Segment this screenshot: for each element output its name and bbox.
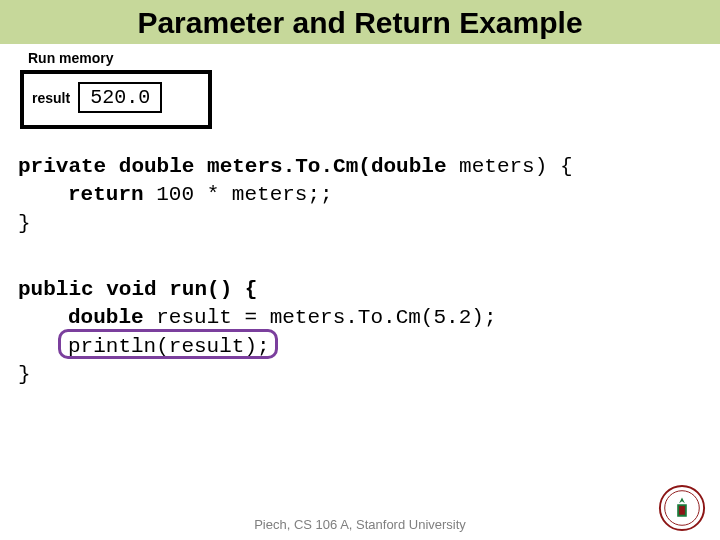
title-bar: Parameter and Return Example [0, 0, 720, 44]
code-line: public void run() { [18, 276, 702, 304]
stanford-seal-icon [658, 484, 706, 532]
code-line: } [18, 210, 702, 238]
code-line: double result = meters.To.Cm(5.2); [18, 304, 702, 332]
code-line: private double meters.To.Cm(double meter… [18, 153, 702, 181]
memory-heading: Run memory [28, 50, 720, 66]
svg-rect-2 [679, 506, 685, 515]
slide-title: Parameter and Return Example [0, 6, 720, 40]
memory-frame: result 520.0 [20, 70, 212, 129]
footer-text: Piech, CS 106 A, Stanford University [0, 517, 720, 532]
code-line: return 100 * meters;; [18, 181, 702, 209]
method-run: public void run() { double result = mete… [18, 276, 702, 389]
variable-value-box: 520.0 [78, 82, 162, 113]
method-meters-to-cm: private double meters.To.Cm(double meter… [18, 153, 702, 238]
variable-label: result [32, 90, 70, 106]
code-line: println(result); [18, 333, 702, 361]
code-area: private double meters.To.Cm(double meter… [18, 153, 702, 389]
code-line: } [18, 361, 702, 389]
